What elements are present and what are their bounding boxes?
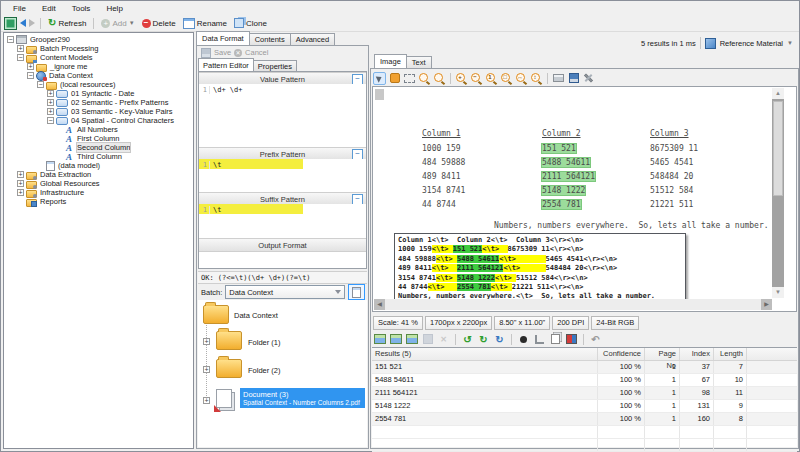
tree-expander-icon[interactable]: −: [17, 54, 24, 61]
export-image-icon[interactable]: [373, 333, 386, 346]
rename-button[interactable]: Rename: [181, 17, 229, 30]
zoom-actual-icon[interactable]: 1: [485, 72, 498, 85]
copy-page-icon[interactable]: [549, 333, 562, 346]
tree-expander-icon[interactable]: −: [7, 36, 14, 43]
tree-item[interactable]: Reports: [4, 197, 193, 206]
tab-pattern-editor[interactable]: Pattern Editor: [198, 58, 254, 71]
tree-expander-icon[interactable]: −: [27, 72, 34, 79]
tree-item[interactable]: −Content Models: [4, 53, 193, 62]
tree-item[interactable]: −Grooper290: [4, 35, 193, 44]
menu-tools[interactable]: Tools: [64, 3, 99, 14]
zoom-width-icon[interactable]: ↔: [515, 72, 528, 85]
rotate-right-icon[interactable]: ↻: [477, 333, 490, 346]
scrollbar-thumb[interactable]: [773, 101, 783, 196]
table-row[interactable]: 5488 54611100 %16710: [372, 374, 797, 387]
tab-properties[interactable]: Properties: [253, 60, 297, 71]
tree-item[interactable]: AAll Numbers: [4, 125, 193, 134]
reference-material-button[interactable]: Reference Material: [720, 39, 783, 48]
filter-icon[interactable]: [335, 290, 341, 294]
table-row[interactable]: 151 521100 %1377: [372, 361, 797, 374]
undo-icon[interactable]: ↶: [589, 333, 602, 346]
menu-help[interactable]: Help: [98, 3, 130, 14]
add-button[interactable]: + Add ▼: [99, 18, 136, 29]
suffix-pattern-body[interactable]: 1 \t: [199, 204, 366, 238]
document-pages-icon[interactable]: [213, 389, 235, 411]
menu-edit[interactable]: Edit: [34, 3, 64, 14]
invert-icon[interactable]: [565, 333, 578, 346]
vertical-scrollbar[interactable]: ▲ ▼: [772, 88, 784, 298]
table-row[interactable]: 5148 1222100 %11319: [372, 400, 797, 413]
tree-expander-icon[interactable]: +: [17, 180, 24, 187]
tree-item[interactable]: ASecond Column: [4, 143, 193, 152]
import-image-icon[interactable]: [389, 333, 402, 346]
batch-document-item[interactable]: Document (3) Spatial Context - Number Co…: [240, 388, 365, 408]
tree-expander-icon[interactable]: +: [17, 189, 24, 196]
horizontal-scrollbar[interactable]: ◀ ▶: [374, 299, 772, 310]
save-view-icon[interactable]: [567, 72, 580, 85]
batch-document-button[interactable]: [348, 284, 365, 300]
tree-item[interactable]: −04 Spatial - Control Characters: [4, 116, 193, 125]
tree-expander-icon[interactable]: +: [203, 366, 210, 373]
tree-item[interactable]: +02 Semantic - Prefix Patterns: [4, 98, 193, 107]
chevron-down-icon[interactable]: ▼: [787, 40, 793, 46]
output-format-header[interactable]: Output Format: [199, 238, 366, 252]
tree-expander-icon[interactable]: −: [47, 117, 54, 124]
table-row[interactable]: 2554 781100 %11608: [372, 413, 797, 426]
settings-icon[interactable]: [582, 72, 595, 85]
tree-expander-icon[interactable]: +: [47, 108, 54, 115]
folder-icon[interactable]: [216, 359, 242, 378]
tree-expander-icon[interactable]: +: [27, 63, 34, 70]
scroll-right-icon[interactable]: ▶: [761, 299, 772, 310]
hand-icon[interactable]: [388, 72, 401, 85]
crop-icon[interactable]: [533, 333, 546, 346]
value-pattern-body[interactable]: 1 \d+ \d+: [199, 84, 366, 147]
tree-item[interactable]: −Data Context: [4, 71, 193, 80]
app-icon[interactable]: [4, 17, 17, 30]
back-icon[interactable]: [20, 19, 26, 27]
tree-expander-icon[interactable]: −: [37, 81, 44, 88]
tree-item[interactable]: +_ignore me: [4, 62, 193, 71]
tree-item[interactable]: −(local resources): [4, 80, 193, 89]
table-row[interactable]: 2111 564121100 %19811: [372, 387, 797, 400]
despeckle-icon[interactable]: [517, 333, 530, 346]
image-viewer[interactable]: Column 1Column 2Column 31000 159151 5218…: [372, 86, 797, 312]
zoom-fit-icon[interactable]: □: [500, 72, 513, 85]
tree-expander-icon[interactable]: +: [47, 99, 54, 106]
print-icon[interactable]: [552, 72, 565, 85]
zoom-in-icon[interactable]: +: [455, 72, 468, 85]
tree-item[interactable]: +03 Semantic - Key-Value Pairs: [4, 107, 193, 116]
forward-icon[interactable]: [29, 19, 35, 27]
tree-item[interactable]: +Global Resources: [4, 179, 193, 188]
tree-item[interactable]: AThird Column: [4, 152, 193, 161]
col-page-no[interactable]: Page No: [644, 348, 679, 360]
folder-icon[interactable]: [216, 331, 242, 350]
pointer-icon[interactable]: [373, 72, 386, 85]
tab-contents[interactable]: Contents: [249, 33, 291, 45]
rotate-left-icon[interactable]: ↺: [461, 333, 474, 346]
batch-folder-label[interactable]: Folder (1): [248, 338, 281, 347]
batch-folder-label[interactable]: Folder (2): [248, 366, 281, 375]
delete-image-icon[interactable]: ✕: [437, 333, 450, 346]
tab-image[interactable]: Image: [374, 54, 407, 68]
refresh-button[interactable]: ↻ Refresh: [46, 17, 88, 29]
cancel-button[interactable]: Cancel: [245, 48, 268, 57]
menu-file[interactable]: File: [5, 3, 34, 14]
scroll-up-icon[interactable]: ▲: [772, 88, 784, 99]
tree-expander-icon[interactable]: +: [203, 397, 210, 404]
tab-data-format[interactable]: Data Format: [196, 31, 250, 45]
select-region-icon[interactable]: [403, 72, 416, 85]
col-length[interactable]: Length: [713, 348, 746, 360]
batch-selector[interactable]: Data Context: [225, 285, 345, 299]
col-index[interactable]: Index: [679, 348, 713, 360]
folder-icon[interactable]: [203, 305, 229, 324]
zoom-preview-icon[interactable]: [433, 72, 446, 85]
zoom-height-icon[interactable]: ↕: [530, 72, 543, 85]
scroll-down-icon[interactable]: ▼: [772, 287, 784, 298]
tree-item[interactable]: +Infrastructure: [4, 188, 193, 197]
tree-item[interactable]: +Data Extraction: [4, 170, 193, 179]
batch-root-label[interactable]: Data Context: [234, 311, 278, 320]
save-button[interactable]: Save: [214, 48, 231, 57]
tab-advanced[interactable]: Advanced: [290, 33, 335, 45]
tree-expander-icon[interactable]: +: [17, 45, 24, 52]
tab-text[interactable]: Text: [406, 56, 432, 68]
